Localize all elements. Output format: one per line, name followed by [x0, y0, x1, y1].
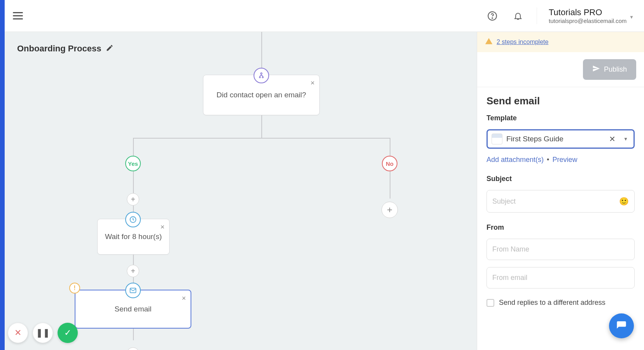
account-email: tutorialspro@elasticemail.com	[549, 18, 638, 24]
wait-badge-icon	[125, 212, 141, 227]
from-name-input[interactable]	[492, 245, 629, 253]
connector	[133, 138, 390, 139]
add-step-button[interactable]: +	[127, 347, 139, 350]
close-icon[interactable]: ×	[310, 79, 315, 87]
add-step-button[interactable]: +	[382, 202, 398, 218]
connector	[133, 171, 134, 193]
replies-checkbox[interactable]	[486, 299, 494, 307]
email-badge-icon	[125, 283, 141, 298]
steps-incomplete-link[interactable]: 2 steps incomplete	[497, 39, 548, 46]
chevron-down-icon[interactable]: ▼	[622, 136, 630, 142]
from-name-input-wrap	[486, 239, 635, 260]
from-email-input[interactable]	[492, 274, 629, 282]
from-email-input-wrap	[486, 267, 635, 288]
template-select[interactable]: First Steps Guide ✕ ▼	[486, 129, 635, 149]
add-step-button[interactable]: +	[127, 265, 139, 277]
svg-point-2	[261, 73, 262, 74]
help-icon[interactable]	[485, 9, 499, 23]
template-thumb-icon	[492, 134, 502, 144]
confirm-button[interactable]: ✓	[58, 323, 78, 343]
pause-button[interactable]: ❚❚	[33, 323, 53, 343]
yes-badge: Yes	[125, 156, 141, 171]
send-email-label: Send email	[114, 305, 151, 313]
topbar: Tutorials PRO tutorialspro@elasticemail.…	[5, 0, 644, 32]
bell-icon[interactable]	[511, 9, 525, 23]
account-menu[interactable]: Tutorials PRO tutorialspro@elasticemail.…	[537, 7, 638, 24]
template-selected: First Steps Guide	[506, 135, 603, 143]
chevron-down-icon: ▼	[629, 14, 634, 20]
menu-toggle[interactable]	[11, 9, 25, 23]
publish-button[interactable]: Publish	[583, 59, 636, 80]
automation-canvas[interactable]: Onboarding Process × Did contact open an…	[5, 32, 477, 350]
steps-incomplete-banner[interactable]: 2 steps incomplete	[477, 32, 644, 52]
separator: •	[547, 156, 549, 164]
app-left-rail	[0, 0, 5, 350]
account-name: Tutorials PRO	[549, 7, 638, 18]
warning-icon[interactable]: !	[69, 283, 80, 294]
emoji-picker-icon[interactable]: 🙂	[619, 197, 629, 206]
close-icon[interactable]: ×	[182, 294, 186, 303]
close-icon[interactable]: ×	[160, 223, 164, 231]
chat-fab[interactable]	[609, 313, 634, 338]
connector	[133, 138, 134, 156]
wait-label: Wait for 8 hour(s)	[105, 232, 162, 241]
add-step-button[interactable]: +	[127, 193, 139, 206]
cancel-button[interactable]: ✕	[8, 323, 28, 343]
svg-point-3	[259, 77, 261, 78]
connector	[133, 329, 134, 340]
warning-icon	[485, 37, 493, 47]
connector	[390, 171, 390, 199]
paper-plane-icon	[592, 65, 600, 74]
template-label: Template	[486, 114, 635, 122]
clear-template-icon[interactable]: ✕	[607, 134, 618, 144]
condition-badge-icon	[254, 68, 269, 83]
connector	[261, 32, 262, 71]
svg-point-1	[492, 18, 493, 18]
connector	[390, 138, 390, 156]
main-area: Tutorials PRO tutorialspro@elasticemail.…	[5, 0, 644, 350]
svg-point-4	[262, 77, 263, 78]
subject-input-wrap: 🙂	[486, 190, 635, 213]
side-panel: 2 steps incomplete Publish Send email Te…	[477, 32, 644, 350]
from-label: From	[486, 223, 635, 232]
connector	[261, 115, 262, 138]
replies-checkbox-label: Send replies to a different address	[499, 299, 606, 307]
no-badge: No	[382, 156, 397, 171]
condition-label: Did contact open an email?	[217, 91, 306, 99]
panel-title: Send email	[486, 95, 635, 107]
subject-label: Subject	[486, 175, 635, 183]
subject-input[interactable]	[492, 197, 619, 206]
preview-link[interactable]: Preview	[552, 156, 577, 164]
add-attachments-link[interactable]: Add attachment(s)	[486, 156, 544, 164]
